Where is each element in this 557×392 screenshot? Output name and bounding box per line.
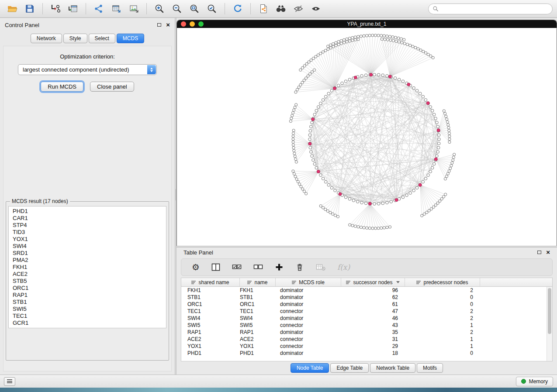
zoom-selected-button[interactable]: [204, 2, 220, 16]
mcds-result-item[interactable]: TEC1: [9, 313, 166, 320]
float-table-panel-icon[interactable]: [537, 251, 541, 254]
cell-shared-name: PHD1: [181, 350, 240, 356]
search-input[interactable]: [441, 6, 548, 12]
import-network-file-button[interactable]: [48, 2, 63, 16]
cell-successor-nodes: 43: [341, 322, 405, 328]
run-mcds-button[interactable]: Run MCDS: [41, 82, 83, 92]
mcds-result-item[interactable]: SWI5: [9, 306, 166, 313]
node-table-body[interactable]: FKH1 FKH1 dominator 96 2 STB1 STB1 domin…: [181, 287, 552, 361]
tab-network[interactable]: Network: [31, 34, 62, 43]
add-column-button[interactable]: [275, 263, 284, 272]
table-row[interactable]: ORC1 ORC1 dominator 61 0: [181, 301, 552, 308]
mcds-result-item[interactable]: TID3: [9, 229, 166, 236]
mcds-result-item[interactable]: ORC1: [9, 285, 166, 292]
memory-button[interactable]: Memory: [516, 377, 553, 386]
clear-table-button[interactable]: [316, 263, 325, 271]
float-panel-icon[interactable]: [157, 23, 161, 27]
mcds-result-item[interactable]: YOX1: [9, 236, 166, 243]
column-header-predecessor-nodes[interactable]: predecessor nodes: [405, 278, 480, 286]
cell-mcds-role: dominator: [276, 315, 341, 321]
table-disabled-icon: [316, 263, 325, 271]
mcds-result-item[interactable]: STP4: [9, 222, 166, 229]
column-header-mcds-role[interactable]: MCDS role: [276, 278, 341, 286]
delete-column-button[interactable]: [295, 263, 304, 272]
tab-mcds[interactable]: MCDS: [117, 34, 144, 43]
mcds-result-item[interactable]: FKH1: [9, 264, 166, 271]
close-table-panel-icon[interactable]: ×: [546, 250, 550, 254]
refresh-view-button[interactable]: [230, 2, 246, 16]
table-row[interactable]: PHD1 PHD1 dominator 18 0: [181, 350, 552, 357]
tab-network-table[interactable]: Network Table: [370, 363, 415, 373]
table-row[interactable]: ACE2 ACE2 connector 31 1: [181, 336, 552, 343]
mcds-result-item[interactable]: GCR1: [9, 320, 166, 327]
close-panel-button[interactable]: Close panel: [90, 82, 134, 92]
export-table-button[interactable]: [108, 2, 124, 16]
table-row[interactable]: TEC1 TEC1 connector 47 2: [181, 308, 552, 315]
close-window-icon[interactable]: [181, 21, 186, 27]
toolbar-search[interactable]: [428, 3, 553, 14]
zoom-in-button[interactable]: [152, 2, 167, 16]
scrollbar-thumb[interactable]: [548, 288, 551, 334]
close-panel-icon[interactable]: ×: [166, 23, 170, 27]
tab-edge-table[interactable]: Edge Table: [330, 363, 369, 373]
network-canvas[interactable]: [177, 28, 557, 246]
network-window: YPA_prune.txt_1: [176, 20, 557, 246]
mcds-result-item[interactable]: ACE2: [9, 271, 166, 278]
criterion-select[interactable]: largest connected component (undirected): [18, 64, 157, 75]
panel-splitter[interactable]: [175, 18, 176, 375]
column-header-successor-nodes[interactable]: successor nodes: [341, 278, 405, 286]
column-header-shared-name[interactable]: shared name: [181, 278, 240, 286]
mcds-result-item[interactable]: SWI4: [9, 243, 166, 250]
select-all-button[interactable]: [232, 263, 242, 271]
optimization-criterion-label: Optimization criterion:: [60, 53, 115, 60]
zoom-fit-button[interactable]: [187, 2, 202, 16]
mcds-result-item[interactable]: STB1: [9, 299, 166, 306]
mcds-tab-content: Optimization criterion: largest connecte…: [3, 46, 172, 371]
zoom-out-button[interactable]: [169, 2, 185, 16]
show-columns-button[interactable]: [211, 263, 220, 271]
table-scrollbar[interactable]: [547, 287, 552, 361]
share-document-button[interactable]: [256, 2, 271, 16]
status-menu-button[interactable]: [4, 377, 15, 386]
search-network-button[interactable]: [273, 2, 289, 16]
function-builder-button[interactable]: f(x): [337, 263, 350, 272]
memory-label: Memory: [529, 378, 548, 385]
open-session-button[interactable]: [4, 2, 20, 16]
tab-motifs[interactable]: Motifs: [417, 363, 443, 373]
zoom-selected-icon: [207, 3, 217, 14]
criterion-selected-value: largest connected component (undirected): [23, 66, 129, 73]
gear-icon: ⚙: [192, 263, 200, 272]
table-row[interactable]: SWI4 SWI4 dominator 46 2: [181, 315, 552, 322]
minimize-window-icon[interactable]: [190, 21, 195, 27]
save-session-button[interactable]: [22, 2, 38, 16]
mcds-result-item[interactable]: SRD1: [9, 250, 166, 257]
hide-view-button[interactable]: [291, 2, 306, 16]
maximize-window-icon[interactable]: [198, 21, 204, 27]
mcds-result-item[interactable]: STB5: [9, 278, 166, 285]
mcds-result-item[interactable]: CAR1: [9, 215, 166, 222]
export-network-button[interactable]: [91, 2, 107, 16]
table-row[interactable]: YOX1 YOX1 connector 29 1: [181, 343, 552, 350]
mcds-result-item[interactable]: RAP1: [9, 292, 166, 299]
tab-select[interactable]: Select: [89, 34, 115, 43]
export-image-icon: [128, 3, 139, 14]
control-panel-titlebar: Control Panel ×: [0, 20, 175, 30]
column-header-name[interactable]: name: [240, 278, 276, 286]
table-row[interactable]: STB1 STB1 dominator 62 0: [181, 294, 552, 301]
mcds-result-list[interactable]: PHD1 CAR1 STP4 TID3 YOX1 SWI4 SRD1: [8, 206, 166, 328]
column-label: name: [254, 279, 267, 285]
mcds-result-item[interactable]: PHD1: [9, 208, 166, 215]
table-row[interactable]: FKH1 FKH1 dominator 96 2: [181, 287, 552, 294]
export-image-button[interactable]: [126, 2, 142, 16]
tab-node-table[interactable]: Node Table: [291, 363, 329, 373]
show-view-button[interactable]: [308, 2, 324, 16]
import-table-file-button[interactable]: [65, 2, 81, 16]
table-settings-button[interactable]: ⚙: [192, 263, 200, 272]
table-row[interactable]: RAP1 RAP1 dominator 35 2: [181, 329, 552, 336]
cell-successor-nodes: 35: [341, 329, 405, 335]
status-bar: Memory: [0, 375, 557, 388]
mcds-result-item[interactable]: PMA2: [9, 257, 166, 264]
deselect-all-button[interactable]: [253, 263, 263, 271]
tab-style[interactable]: Style: [63, 34, 87, 43]
table-row[interactable]: SWI5 SWI5 connector 43 1: [181, 322, 552, 329]
